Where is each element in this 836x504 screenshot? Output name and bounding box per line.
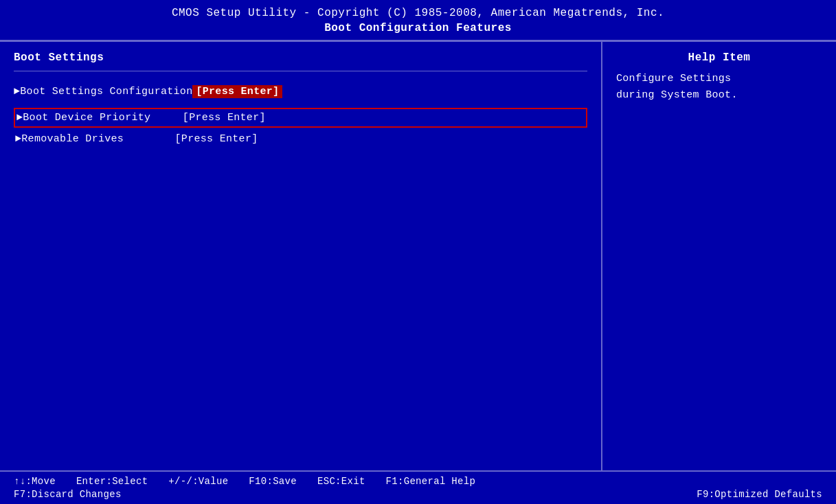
bios-screen: CMOS Setup Utility - Copyright (C) 1985-… <box>0 0 836 504</box>
footer-row-1: ↑↓:Move Enter:Select +/-/:Value F10:Save… <box>14 476 822 487</box>
removable-drives-label: Removable Drives <box>21 133 174 145</box>
footer-move: ↑↓:Move <box>14 476 56 487</box>
footer: ↑↓:Move Enter:Select +/-/:Value F10:Save… <box>0 470 836 504</box>
footer-general-help: F1:General Help <box>386 476 476 487</box>
boot-device-priority-item[interactable]: ► Boot Device Priority [Press Enter] <box>14 108 587 128</box>
removable-drives-value: [Press Enter] <box>175 133 258 145</box>
left-panel: Boot Settings ► Boot Settings Configurat… <box>0 42 602 470</box>
boot-settings-config-item[interactable]: ► Boot Settings Configuration [Press Ent… <box>14 81 587 102</box>
help-header: Help Item <box>616 51 822 64</box>
header-title: CMOS Setup Utility - Copyright (C) 1985-… <box>14 7 822 19</box>
footer-row-2: F7:Discard Changes F9:Optimized Defaults <box>14 489 822 500</box>
footer-value: +/-/:Value <box>168 476 228 487</box>
boot-settings-config-value: [Press Enter] <box>192 85 282 98</box>
boot-settings-config-label: Boot Settings Configuration <box>20 86 192 98</box>
arrow-icon-3: ► <box>15 133 21 145</box>
arrow-icon-2: ► <box>16 112 23 124</box>
section-divider <box>14 71 587 71</box>
boot-device-priority-value: [Press Enter] <box>183 112 266 124</box>
help-text: Configure Settingsduring System Boot. <box>616 71 822 104</box>
arrow-icon-1: ► <box>14 86 20 98</box>
right-panel: Help Item Configure Settingsduring Syste… <box>602 42 836 470</box>
boot-device-priority-label: Boot Device Priority <box>23 112 183 124</box>
main-content: Boot Settings ► Boot Settings Configurat… <box>0 41 836 470</box>
removable-drives-item[interactable]: ► Removable Drives [Press Enter] <box>14 130 587 148</box>
header: CMOS Setup Utility - Copyright (C) 1985-… <box>0 0 836 41</box>
footer-discard: F7:Discard Changes <box>14 489 122 500</box>
header-subtitle: Boot Configuration Features <box>14 22 822 34</box>
footer-optimized: F9:Optimized Defaults <box>697 489 822 500</box>
left-section-header: Boot Settings <box>14 51 587 64</box>
footer-select: Enter:Select <box>76 476 148 487</box>
footer-exit: ESC:Exit <box>317 476 365 487</box>
footer-save: F10:Save <box>249 476 297 487</box>
